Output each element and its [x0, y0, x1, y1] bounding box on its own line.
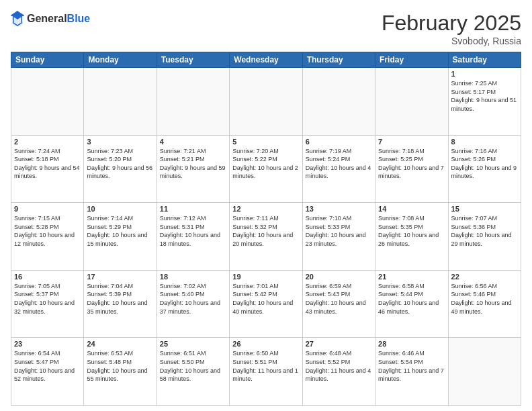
day-info: Sunrise: 7:24 AM Sunset: 5:18 PM Dayligh…: [14, 147, 81, 181]
calendar-cell: 20Sunrise: 6:59 AM Sunset: 5:43 PM Dayli…: [302, 270, 375, 338]
day-info: Sunrise: 7:11 AM Sunset: 5:32 PM Dayligh…: [232, 214, 299, 248]
day-number: 27: [306, 340, 372, 348]
calendar-cell: 21Sunrise: 6:58 AM Sunset: 5:44 PM Dayli…: [375, 270, 448, 338]
calendar-cell: 14Sunrise: 7:08 AM Sunset: 5:35 PM Dayli…: [375, 203, 448, 271]
day-number: 4: [160, 138, 226, 146]
day-info: Sunrise: 7:12 AM Sunset: 5:31 PM Dayligh…: [160, 214, 226, 248]
day-info: Sunrise: 7:04 AM Sunset: 5:39 PM Dayligh…: [87, 282, 153, 316]
day-number: 23: [14, 340, 81, 348]
calendar-cell: 9Sunrise: 7:15 AM Sunset: 5:28 PM Daylig…: [11, 203, 84, 271]
day-info: Sunrise: 6:51 AM Sunset: 5:50 PM Dayligh…: [160, 349, 226, 383]
day-number: 12: [232, 205, 299, 213]
calendar-header-row: SundayMondayTuesdayWednesdayThursdayFrid…: [11, 52, 521, 68]
day-info: Sunrise: 6:48 AM Sunset: 5:52 PM Dayligh…: [306, 349, 372, 383]
calendar-week-0: 1Sunrise: 7:25 AM Sunset: 5:17 PM Daylig…: [11, 68, 521, 136]
calendar-cell: 27Sunrise: 6:48 AM Sunset: 5:52 PM Dayli…: [302, 338, 375, 406]
calendar-week-2: 9Sunrise: 7:15 AM Sunset: 5:28 PM Daylig…: [11, 203, 521, 271]
calendar-cell: 4Sunrise: 7:21 AM Sunset: 5:21 PM Daylig…: [157, 135, 229, 203]
header: GeneralBlue February 2025 Svobody, Russi…: [11, 11, 521, 46]
calendar-cell: [302, 68, 375, 136]
calendar-cell: [84, 68, 157, 136]
calendar-week-1: 2Sunrise: 7:24 AM Sunset: 5:18 PM Daylig…: [11, 135, 521, 203]
day-number: 13: [306, 205, 372, 213]
calendar-cell: 24Sunrise: 6:53 AM Sunset: 5:48 PM Dayli…: [84, 338, 157, 406]
calendar-cell: 18Sunrise: 7:02 AM Sunset: 5:40 PM Dayli…: [157, 270, 229, 338]
calendar-header-thursday: Thursday: [302, 52, 375, 68]
day-number: 6: [306, 138, 372, 146]
calendar-cell: 11Sunrise: 7:12 AM Sunset: 5:31 PM Dayli…: [157, 203, 229, 271]
calendar-cell: 23Sunrise: 6:54 AM Sunset: 5:47 PM Dayli…: [11, 338, 84, 406]
day-info: Sunrise: 7:19 AM Sunset: 5:24 PM Dayligh…: [306, 147, 372, 181]
day-number: 18: [160, 273, 226, 281]
day-number: 26: [232, 340, 299, 348]
page: GeneralBlue February 2025 Svobody, Russi…: [0, 0, 532, 411]
calendar-cell: 13Sunrise: 7:10 AM Sunset: 5:33 PM Dayli…: [302, 203, 375, 271]
day-info: Sunrise: 7:07 AM Sunset: 5:36 PM Dayligh…: [451, 214, 518, 248]
day-number: 14: [378, 205, 445, 213]
calendar-cell: 12Sunrise: 7:11 AM Sunset: 5:32 PM Dayli…: [230, 203, 302, 271]
day-number: 25: [160, 340, 226, 348]
calendar-cell: 22Sunrise: 6:56 AM Sunset: 5:46 PM Dayli…: [448, 270, 521, 338]
calendar-cell: [448, 338, 521, 406]
day-info: Sunrise: 7:15 AM Sunset: 5:28 PM Dayligh…: [14, 214, 81, 248]
logo: GeneralBlue: [11, 11, 90, 27]
calendar-cell: 1Sunrise: 7:25 AM Sunset: 5:17 PM Daylig…: [448, 68, 521, 136]
logo-icon: [11, 11, 24, 27]
day-number: 19: [232, 273, 299, 281]
calendar-week-3: 16Sunrise: 7:05 AM Sunset: 5:37 PM Dayli…: [11, 270, 521, 338]
day-info: Sunrise: 7:02 AM Sunset: 5:40 PM Dayligh…: [160, 282, 226, 316]
day-info: Sunrise: 6:50 AM Sunset: 5:51 PM Dayligh…: [232, 349, 299, 383]
day-number: 21: [378, 273, 445, 281]
day-number: 22: [451, 273, 518, 281]
calendar-header-wednesday: Wednesday: [230, 52, 302, 68]
calendar-header-saturday: Saturday: [448, 52, 521, 68]
title-block: February 2025 Svobody, Russia: [382, 11, 521, 46]
calendar-cell: [230, 68, 302, 136]
calendar-cell: 7Sunrise: 7:18 AM Sunset: 5:25 PM Daylig…: [375, 135, 448, 203]
location: Svobody, Russia: [382, 36, 521, 46]
logo-general: General: [27, 13, 67, 24]
day-number: 7: [378, 138, 445, 146]
day-info: Sunrise: 6:58 AM Sunset: 5:44 PM Dayligh…: [378, 282, 445, 316]
logo-text: GeneralBlue: [27, 13, 90, 25]
day-info: Sunrise: 6:54 AM Sunset: 5:47 PM Dayligh…: [14, 349, 81, 383]
day-number: 24: [87, 340, 153, 348]
day-info: Sunrise: 7:16 AM Sunset: 5:26 PM Dayligh…: [451, 147, 518, 181]
calendar-cell: 28Sunrise: 6:46 AM Sunset: 5:54 PM Dayli…: [375, 338, 448, 406]
calendar-cell: 26Sunrise: 6:50 AM Sunset: 5:51 PM Dayli…: [230, 338, 302, 406]
day-number: 2: [14, 138, 81, 146]
day-info: Sunrise: 7:08 AM Sunset: 5:35 PM Dayligh…: [378, 214, 445, 248]
day-number: 1: [451, 70, 518, 78]
logo-blue: Blue: [67, 13, 91, 24]
day-info: Sunrise: 6:56 AM Sunset: 5:46 PM Dayligh…: [451, 282, 518, 316]
calendar-cell: 5Sunrise: 7:20 AM Sunset: 5:22 PM Daylig…: [230, 135, 302, 203]
calendar-cell: 10Sunrise: 7:14 AM Sunset: 5:29 PM Dayli…: [84, 203, 157, 271]
day-number: 28: [378, 340, 445, 348]
day-number: 10: [87, 205, 153, 213]
day-number: 17: [87, 273, 153, 281]
day-number: 16: [14, 273, 81, 281]
day-number: 5: [232, 138, 299, 146]
day-info: Sunrise: 7:18 AM Sunset: 5:25 PM Dayligh…: [378, 147, 445, 181]
day-info: Sunrise: 6:59 AM Sunset: 5:43 PM Dayligh…: [306, 282, 372, 316]
day-number: 20: [306, 273, 372, 281]
day-info: Sunrise: 7:05 AM Sunset: 5:37 PM Dayligh…: [14, 282, 81, 316]
day-info: Sunrise: 7:01 AM Sunset: 5:42 PM Dayligh…: [232, 282, 299, 316]
calendar-cell: 17Sunrise: 7:04 AM Sunset: 5:39 PM Dayli…: [84, 270, 157, 338]
calendar-cell: [157, 68, 229, 136]
calendar-cell: 6Sunrise: 7:19 AM Sunset: 5:24 PM Daylig…: [302, 135, 375, 203]
calendar-header-monday: Monday: [84, 52, 157, 68]
calendar-cell: 25Sunrise: 6:51 AM Sunset: 5:50 PM Dayli…: [157, 338, 229, 406]
calendar-header-sunday: Sunday: [11, 52, 84, 68]
day-number: 3: [87, 138, 153, 146]
day-info: Sunrise: 6:53 AM Sunset: 5:48 PM Dayligh…: [87, 349, 153, 383]
day-info: Sunrise: 6:46 AM Sunset: 5:54 PM Dayligh…: [378, 349, 445, 383]
calendar-week-4: 23Sunrise: 6:54 AM Sunset: 5:47 PM Dayli…: [11, 338, 521, 406]
day-number: 9: [14, 205, 81, 213]
month-year: February 2025: [382, 11, 521, 36]
calendar-cell: [11, 68, 84, 136]
calendar-cell: [375, 68, 448, 136]
day-number: 8: [451, 138, 518, 146]
day-info: Sunrise: 7:10 AM Sunset: 5:33 PM Dayligh…: [306, 214, 372, 248]
day-number: 15: [451, 205, 518, 213]
